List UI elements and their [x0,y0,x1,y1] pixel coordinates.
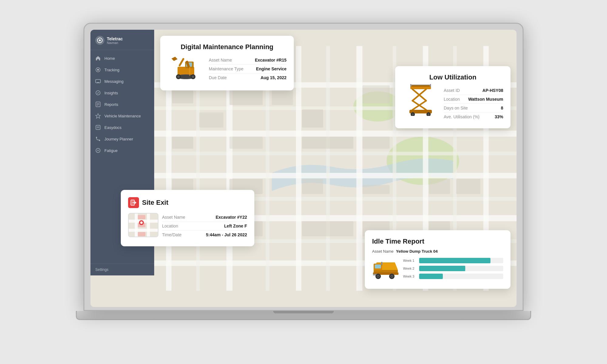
svg-point-88 [428,113,429,115]
insights-icon [95,90,101,96]
bar-row-week3: Week 3 [403,274,503,279]
svg-point-86 [412,113,414,115]
easydocs-icon [95,125,101,130]
screen-frame: Teletrac Navman Home [83,23,524,311]
asset-id-row: Asset ID AP-HSY08 [444,86,503,95]
site-time-label: Time/Date [162,232,181,237]
screen-content: Teletrac Navman Home [90,30,517,307]
nav-messaging[interactable]: Messaging [90,76,154,87]
excavator-svg [168,56,203,83]
nav-vehicle-maintenance[interactable]: Vehicle Maintenance [90,110,154,122]
nav-journey-planner-label: Journey Planner [104,137,133,141]
days-value: 8 [501,106,503,110]
due-date-row: Due Date Aug 15, 2022 [209,73,287,82]
svg-rect-25 [199,113,223,128]
vehicle-maintenance-icon [95,113,101,119]
svg-point-65 [99,150,99,150]
site-exit-icon [128,197,139,208]
svg-rect-89 [410,84,411,87]
svg-rect-31 [229,136,263,149]
asset-id-label: Asset ID [444,88,460,93]
nav-insights-label: Insights [104,91,118,95]
utilisation-value: 33% [495,114,503,119]
svg-point-112 [378,276,379,277]
svg-rect-19 [356,46,362,291]
svg-point-64 [97,150,98,150]
week2-bar-fill [419,266,465,271]
screen-inner: Teletrac Navman Home [90,30,517,307]
svg-point-103 [140,221,143,224]
asset-id-value: AP-HSY08 [483,88,503,93]
site-asset-name-row: Asset Name Excavator #Y22 [162,213,247,222]
site-exit-body: Asset Name Excavator #Y22 Location Left … [128,213,247,239]
laptop-base [76,311,531,320]
idle-asset-name-label: Asset Name [372,249,394,254]
svg-rect-107 [375,265,381,268]
nav-insights[interactable]: Insights [90,87,154,99]
week2-bar-bg [419,266,503,271]
sidebar-logo: Teletrac Navman [90,30,154,50]
excavator-image [168,56,204,83]
site-time-row: Time/Date 5:44am - Jul 26 2022 [162,231,247,239]
nav-vehicle-maintenance-label: Vehicle Maintenance [104,114,141,118]
svg-rect-41 [456,179,480,194]
nav-fatigue[interactable]: Fatigue [90,145,154,156]
svg-rect-58 [96,125,100,130]
location-row: Location Wattson Museum [444,95,503,104]
site-exit-details: Asset Name Excavator #Y22 Location Left … [162,213,247,239]
nav-fatigue-label: Fatigue [104,148,117,153]
week3-bar-bg [419,274,503,279]
nav-messaging-label: Messaging [104,79,124,84]
svg-rect-24 [172,88,193,103]
nav-journey-planner[interactable]: Journey Planner [90,133,154,145]
sidebar-settings[interactable]: Settings [90,264,154,275]
logo-secondary: Navman [107,41,123,45]
site-time-value: 5:44am - Jul 26 2022 [206,232,247,237]
week1-label: Week 1 [403,259,417,262]
week3-bar-fill [419,274,443,279]
week2-label: Week 2 [403,267,417,270]
svg-point-115 [391,276,392,277]
asset-name-row: Asset Name Excavator #R15 [209,56,287,65]
nav-tracking[interactable]: Tracking [90,64,154,76]
location-label: Location [444,97,460,102]
week3-label: Week 3 [403,275,417,278]
maintenance-details: Asset Name Excavator #R15 Maintenance Ty… [209,56,287,82]
svg-rect-96 [129,229,158,232]
site-location-label: Location [162,224,178,228]
maintenance-type-label: Maintenance Type [209,66,243,71]
svg-rect-101 [138,232,145,236]
svg-rect-99 [138,215,145,219]
laptop-frame: Teletrac Navman Home [76,23,531,341]
svg-rect-39 [362,185,390,194]
week1-bar-fill [419,258,490,263]
nav-home-label: Home [104,56,115,61]
nav-easydocs[interactable]: Easydocs [90,122,154,133]
idle-chart-body: Week 1 Week 2 [372,258,503,281]
week1-bar-bg [419,258,503,263]
fatigue-icon [95,148,101,153]
svg-rect-32 [302,136,353,149]
logo-primary: Teletrac [107,36,123,41]
svg-rect-8 [90,173,517,178]
maintenance-card-body: Asset Name Excavator #R15 Maintenance Ty… [168,56,287,83]
svg-rect-27 [272,88,293,105]
location-value: Wattson Museum [468,97,503,102]
site-location-row: Location Left Zone F [162,222,247,231]
svg-rect-105 [374,270,398,272]
nav-reports[interactable]: Reports [90,99,154,110]
maintenance-type-value: Engine Service [256,66,287,71]
nav-tracking-label: Tracking [104,68,119,72]
utilization-card: Low Utilization [395,66,510,128]
idle-time-card: Idle Time Report Asset Name Yellow Dump … [365,230,510,289]
days-label: Days on Site [444,106,468,110]
reports-icon [95,102,101,107]
nav-home[interactable]: Home [90,52,154,64]
svg-rect-17 [296,46,301,291]
scissor-lift-svg [408,84,434,116]
svg-point-49 [99,39,101,41]
dump-truck-image [372,259,399,280]
due-date-value: Aug 15, 2022 [260,75,287,80]
site-exit-mini-map [128,213,158,237]
svg-rect-97 [135,214,138,237]
